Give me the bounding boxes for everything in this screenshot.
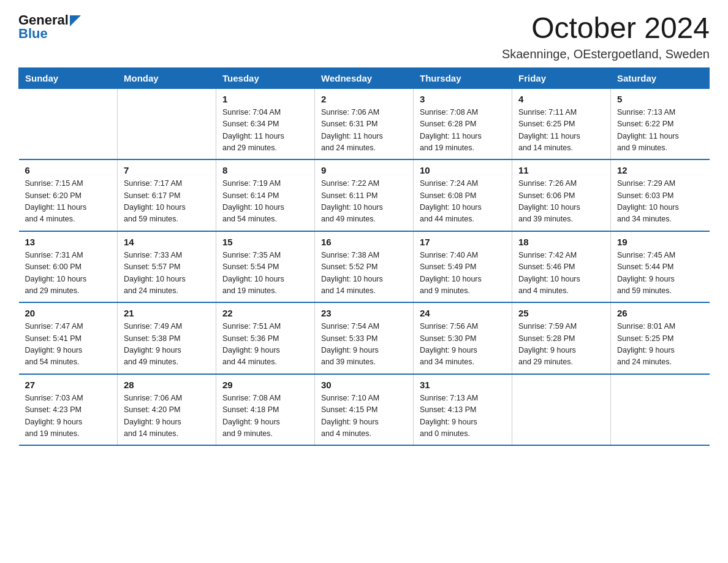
- day-info: Sunrise: 7:54 AM Sunset: 5:33 PM Dayligh…: [321, 321, 407, 369]
- day-info: Sunrise: 7:31 AM Sunset: 6:00 PM Dayligh…: [25, 250, 112, 297]
- day-number: 26: [617, 308, 703, 318]
- day-info: Sunrise: 7:19 AM Sunset: 6:14 PM Dayligh…: [222, 178, 308, 226]
- day-info: Sunrise: 7:03 AM Sunset: 4:23 PM Dayligh…: [25, 393, 112, 440]
- day-info: Sunrise: 7:56 AM Sunset: 5:30 PM Dayligh…: [420, 321, 506, 369]
- day-info: Sunrise: 7:11 AM Sunset: 6:25 PM Dayligh…: [518, 107, 604, 155]
- day-info: Sunrise: 8:01 AM Sunset: 5:25 PM Dayligh…: [617, 321, 703, 369]
- calendar-day-cell: 17Sunrise: 7:40 AM Sunset: 5:49 PM Dayli…: [414, 231, 512, 303]
- calendar-day-cell: [118, 88, 216, 159]
- day-number: 12: [617, 165, 703, 175]
- calendar-day-cell: 1Sunrise: 7:04 AM Sunset: 6:34 PM Daylig…: [216, 88, 315, 159]
- logo: General Blue: [18, 12, 81, 42]
- day-info: Sunrise: 7:45 AM Sunset: 5:44 PM Dayligh…: [617, 250, 703, 297]
- day-number: 14: [124, 237, 210, 247]
- calendar-day-cell: 28Sunrise: 7:06 AM Sunset: 4:20 PM Dayli…: [118, 374, 216, 446]
- day-info: Sunrise: 7:47 AM Sunset: 5:41 PM Dayligh…: [25, 321, 112, 369]
- calendar-day-cell: 7Sunrise: 7:17 AM Sunset: 6:17 PM Daylig…: [118, 159, 216, 231]
- calendar-day-cell: 19Sunrise: 7:45 AM Sunset: 5:44 PM Dayli…: [611, 231, 710, 303]
- day-info: Sunrise: 7:29 AM Sunset: 6:03 PM Dayligh…: [617, 178, 703, 226]
- calendar-header-row: SundayMondayTuesdayWednesdayThursdayFrid…: [19, 67, 710, 88]
- day-number: 8: [222, 165, 308, 175]
- day-info: Sunrise: 7:13 AM Sunset: 4:13 PM Dayligh…: [420, 393, 506, 440]
- logo-arrow-icon: [70, 15, 81, 26]
- calendar-table: SundayMondayTuesdayWednesdayThursdayFrid…: [18, 67, 710, 446]
- day-number: 17: [420, 237, 506, 247]
- calendar-day-cell: 2Sunrise: 7:06 AM Sunset: 6:31 PM Daylig…: [315, 88, 414, 159]
- calendar-day-cell: [611, 374, 710, 446]
- day-number: 1: [222, 94, 308, 104]
- calendar-header-cell: Thursday: [414, 67, 512, 88]
- calendar-header-cell: Saturday: [611, 67, 710, 88]
- day-number: 28: [124, 380, 210, 390]
- day-info: Sunrise: 7:08 AM Sunset: 4:18 PM Dayligh…: [222, 393, 308, 440]
- day-info: Sunrise: 7:10 AM Sunset: 4:15 PM Dayligh…: [321, 393, 407, 440]
- day-number: 25: [518, 308, 604, 318]
- day-number: 19: [617, 237, 703, 247]
- calendar-day-cell: 15Sunrise: 7:35 AM Sunset: 5:54 PM Dayli…: [216, 231, 315, 303]
- day-number: 27: [25, 380, 112, 390]
- day-info: Sunrise: 7:42 AM Sunset: 5:46 PM Dayligh…: [518, 250, 604, 297]
- day-info: Sunrise: 7:13 AM Sunset: 6:22 PM Dayligh…: [617, 107, 703, 155]
- day-number: 5: [617, 94, 703, 104]
- calendar-day-cell: 5Sunrise: 7:13 AM Sunset: 6:22 PM Daylig…: [611, 88, 710, 159]
- calendar-header-cell: Sunday: [19, 67, 118, 88]
- page-subtitle: Skaenninge, OEstergoetland, Sweden: [502, 47, 710, 61]
- calendar-week-row: 6Sunrise: 7:15 AM Sunset: 6:20 PM Daylig…: [19, 159, 710, 231]
- day-info: Sunrise: 7:59 AM Sunset: 5:28 PM Dayligh…: [518, 321, 604, 369]
- day-number: 18: [518, 237, 604, 247]
- calendar-day-cell: 29Sunrise: 7:08 AM Sunset: 4:18 PM Dayli…: [216, 374, 315, 446]
- calendar-day-cell: 6Sunrise: 7:15 AM Sunset: 6:20 PM Daylig…: [19, 159, 118, 231]
- calendar-week-row: 20Sunrise: 7:47 AM Sunset: 5:41 PM Dayli…: [19, 302, 710, 374]
- day-info: Sunrise: 7:33 AM Sunset: 5:57 PM Dayligh…: [124, 250, 210, 297]
- day-number: 13: [25, 237, 112, 247]
- calendar-header-cell: Tuesday: [216, 67, 315, 88]
- page-header: General Blue October 2024 Skaenninge, OE…: [18, 12, 710, 61]
- calendar-day-cell: 16Sunrise: 7:38 AM Sunset: 5:52 PM Dayli…: [315, 231, 414, 303]
- svg-marker-0: [70, 15, 81, 26]
- calendar-week-row: 27Sunrise: 7:03 AM Sunset: 4:23 PM Dayli…: [19, 374, 710, 446]
- day-number: 6: [25, 165, 112, 175]
- calendar-day-cell: 9Sunrise: 7:22 AM Sunset: 6:11 PM Daylig…: [315, 159, 414, 231]
- calendar-day-cell: 11Sunrise: 7:26 AM Sunset: 6:06 PM Dayli…: [512, 159, 611, 231]
- calendar-day-cell: 27Sunrise: 7:03 AM Sunset: 4:23 PM Dayli…: [19, 374, 118, 446]
- calendar-header-cell: Wednesday: [315, 67, 414, 88]
- day-number: 16: [321, 237, 407, 247]
- day-number: 15: [222, 237, 308, 247]
- day-info: Sunrise: 7:40 AM Sunset: 5:49 PM Dayligh…: [420, 250, 506, 297]
- day-number: 29: [222, 380, 308, 390]
- logo-blue-text: Blue: [18, 26, 81, 42]
- calendar-day-cell: 25Sunrise: 7:59 AM Sunset: 5:28 PM Dayli…: [512, 302, 611, 374]
- day-info: Sunrise: 7:06 AM Sunset: 4:20 PM Dayligh…: [124, 393, 210, 440]
- calendar-week-row: 1Sunrise: 7:04 AM Sunset: 6:34 PM Daylig…: [19, 88, 710, 159]
- day-number: 9: [321, 165, 407, 175]
- calendar-day-cell: 12Sunrise: 7:29 AM Sunset: 6:03 PM Dayli…: [611, 159, 710, 231]
- calendar-day-cell: 8Sunrise: 7:19 AM Sunset: 6:14 PM Daylig…: [216, 159, 315, 231]
- page-title: October 2024: [502, 12, 710, 45]
- calendar-day-cell: 20Sunrise: 7:47 AM Sunset: 5:41 PM Dayli…: [19, 302, 118, 374]
- calendar-day-cell: 24Sunrise: 7:56 AM Sunset: 5:30 PM Dayli…: [414, 302, 512, 374]
- calendar-header-cell: Friday: [512, 67, 611, 88]
- calendar-header-cell: Monday: [118, 67, 216, 88]
- calendar-week-row: 13Sunrise: 7:31 AM Sunset: 6:00 PM Dayli…: [19, 231, 710, 303]
- day-number: 20: [25, 308, 112, 318]
- day-info: Sunrise: 7:22 AM Sunset: 6:11 PM Dayligh…: [321, 178, 407, 226]
- day-info: Sunrise: 7:49 AM Sunset: 5:38 PM Dayligh…: [124, 321, 210, 369]
- day-info: Sunrise: 7:26 AM Sunset: 6:06 PM Dayligh…: [518, 178, 604, 226]
- day-info: Sunrise: 7:15 AM Sunset: 6:20 PM Dayligh…: [25, 178, 112, 226]
- day-number: 23: [321, 308, 407, 318]
- day-number: 2: [321, 94, 407, 104]
- day-info: Sunrise: 7:38 AM Sunset: 5:52 PM Dayligh…: [321, 250, 407, 297]
- day-number: 30: [321, 380, 407, 390]
- day-info: Sunrise: 7:35 AM Sunset: 5:54 PM Dayligh…: [222, 250, 308, 297]
- calendar-day-cell: [512, 374, 611, 446]
- day-number: 3: [420, 94, 506, 104]
- day-number: 24: [420, 308, 506, 318]
- calendar-day-cell: 23Sunrise: 7:54 AM Sunset: 5:33 PM Dayli…: [315, 302, 414, 374]
- day-number: 4: [518, 94, 604, 104]
- calendar-day-cell: 4Sunrise: 7:11 AM Sunset: 6:25 PM Daylig…: [512, 88, 611, 159]
- day-info: Sunrise: 7:06 AM Sunset: 6:31 PM Dayligh…: [321, 107, 407, 155]
- calendar-day-cell: 26Sunrise: 8:01 AM Sunset: 5:25 PM Dayli…: [611, 302, 710, 374]
- day-info: Sunrise: 7:17 AM Sunset: 6:17 PM Dayligh…: [124, 178, 210, 226]
- calendar-day-cell: 18Sunrise: 7:42 AM Sunset: 5:46 PM Dayli…: [512, 231, 611, 303]
- title-block: October 2024 Skaenninge, OEstergoetland,…: [502, 12, 710, 61]
